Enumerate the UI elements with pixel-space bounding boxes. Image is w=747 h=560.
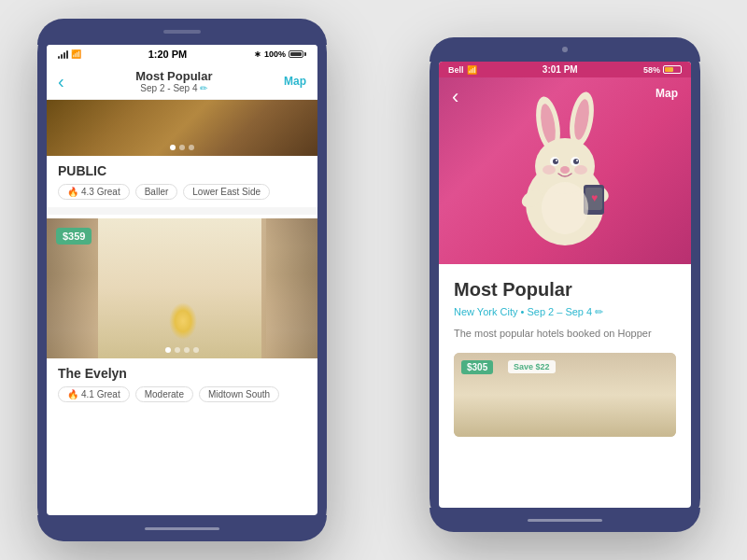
right-popular-subtitle: New York City • Sep 2 – Sep 4 ✏	[454, 306, 676, 318]
svg-point-10	[556, 160, 557, 161]
right-home-indicator[interactable]	[528, 519, 602, 522]
svg-text:♥: ♥	[591, 191, 598, 204]
right-time: 3:01 PM	[543, 64, 578, 75]
hotel2-type: Moderate	[145, 389, 184, 399]
right-status-bar: Bell 📶 3:01 PM 58%	[439, 62, 691, 77]
dot	[184, 347, 190, 353]
right-battery-icon	[663, 65, 682, 74]
right-map-button[interactable]: Map	[655, 87, 678, 107]
hotel2-carousel	[165, 347, 199, 353]
hotel1-rating-tag: 🔥 4.3 Great	[58, 184, 130, 200]
left-nav-title: Most Popular Sep 2 - Sep 4 ✏	[64, 69, 284, 93]
curtain-right	[261, 218, 317, 358]
right-nav-bar: ‹ Map	[439, 81, 691, 113]
hotel2-name: The Evelyn	[58, 366, 306, 381]
hotel2-location: Midtown South	[208, 389, 270, 399]
speaker	[163, 30, 201, 34]
dot	[175, 347, 180, 353]
hotel1-name: PUBLIC	[58, 163, 306, 178]
right-phone-top	[430, 37, 700, 62]
right-back-button[interactable]: ‹	[452, 87, 458, 107]
hotel1-type: Baller	[145, 187, 169, 197]
right-carrier: Bell	[448, 65, 464, 75]
preview-save: Save $22	[508, 360, 556, 373]
fire-icon: 🔥	[67, 187, 78, 197]
dot	[189, 145, 194, 150]
right-edit-icon[interactable]: ✏	[595, 306, 603, 317]
hotel2-rating: 4.1 Great	[81, 389, 120, 399]
left-phone-screen: 📶 1:20 PM ∗ 100% ‹ Most Popular	[47, 45, 317, 515]
left-time: 1:20 PM	[148, 49, 188, 60]
right-content-card: Most Popular New York City • Sep 2 – Sep…	[439, 264, 691, 448]
right-popular-title: Most Popular	[454, 279, 676, 301]
hotel2-price-badge: $359	[56, 228, 92, 245]
right-wifi-icon: 📶	[467, 65, 477, 75]
hotel2-image: $359	[47, 218, 317, 358]
wifi-icon: 📶	[71, 49, 81, 59]
hotel2-location-tag: Midtown South	[199, 386, 279, 402]
left-edit-icon[interactable]: ✏	[200, 83, 207, 93]
svg-point-8	[553, 159, 558, 164]
dot	[170, 145, 176, 150]
right-popular-desc: The most popular hotels booked on Hopper	[454, 326, 676, 342]
hotel1-image	[47, 100, 317, 156]
divider	[47, 207, 317, 215]
hotel2-tags: 🔥 4.1 Great Moderate Midtown South	[58, 386, 306, 402]
hotel2-section: $359 The Evelyn 🔥 4.1 Great	[47, 218, 317, 410]
battery-icon	[289, 50, 306, 58]
dot	[193, 347, 199, 353]
right-phone-bottom	[430, 508, 700, 532]
hotel1-location: Lower East Side	[192, 187, 261, 197]
right-battery-text: 58%	[643, 65, 660, 75]
svg-point-9	[573, 159, 579, 164]
dot	[165, 347, 171, 353]
svg-point-11	[576, 160, 578, 161]
hotel2-type-tag: Moderate	[135, 386, 193, 402]
right-hotel-preview: $305 Save $22	[454, 353, 676, 437]
hotel1-type-tag: Baller	[135, 184, 178, 200]
left-nav-bar: ‹ Most Popular Sep 2 - Sep 4 ✏ Map	[47, 63, 317, 100]
fire-icon2: 🔥	[67, 389, 78, 399]
dot	[179, 145, 185, 150]
hotel1-location-tag: Lower East Side	[183, 184, 270, 200]
left-back-button[interactable]: ‹	[58, 71, 64, 92]
hotel1-rating: 4.3 Great	[81, 187, 120, 197]
svg-point-20	[542, 182, 588, 234]
right-phone-screen: Bell 📶 3:01 PM 58% ‹ Map	[439, 62, 691, 508]
camera	[562, 47, 568, 52]
left-title: Most Popular	[64, 69, 284, 83]
left-phone: 📶 1:20 PM ∗ 100% ‹ Most Popular	[37, 19, 327, 541]
scene: 📶 1:20 PM ∗ 100% ‹ Most Popular	[0, 0, 747, 560]
hotel1-section: PUBLIC 🔥 4.3 Great Baller Lower East Sid…	[47, 100, 317, 207]
hotel1-carousel	[170, 145, 194, 150]
svg-point-14	[574, 165, 587, 175]
bunny-illustration: ♥	[500, 91, 630, 250]
left-status-bar: 📶 1:20 PM ∗ 100%	[47, 45, 317, 63]
signal-icon	[58, 49, 68, 59]
left-phone-top	[37, 19, 327, 45]
bluetooth-icon: ∗	[254, 49, 261, 59]
lamp-glow	[169, 302, 197, 340]
right-phone: Bell 📶 3:01 PM 58% ‹ Map	[430, 37, 700, 532]
left-phone-bottom	[37, 515, 327, 541]
hotel1-tags: 🔥 4.3 Great Baller Lower East Side	[58, 184, 306, 200]
hotel1-info: PUBLIC 🔥 4.3 Great Baller Lower East Sid…	[47, 156, 317, 207]
hotel2-info: The Evelyn 🔥 4.1 Great Moderate Midtown …	[47, 358, 317, 410]
left-subtitle: Sep 2 - Sep 4 ✏	[64, 83, 284, 93]
left-battery: 100%	[264, 49, 286, 59]
preview-price: $305	[461, 360, 493, 374]
home-indicator[interactable]	[145, 527, 219, 530]
left-map-button[interactable]: Map	[284, 75, 306, 88]
svg-point-12	[560, 166, 570, 174]
bunny-hero: ‹ Map	[439, 77, 691, 264]
svg-point-13	[543, 165, 556, 175]
hotel2-rating-tag: 🔥 4.1 Great	[58, 386, 130, 402]
